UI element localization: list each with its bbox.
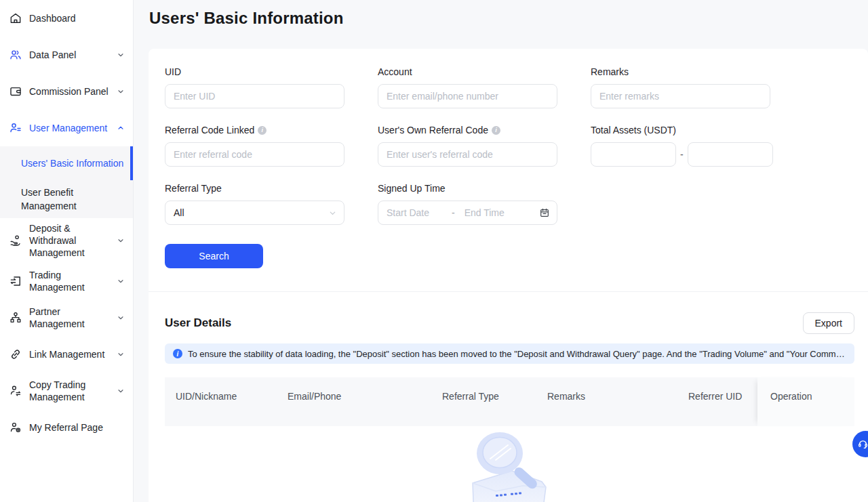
chevron-down-icon (117, 386, 126, 396)
referral-code-linked-label: Referral Code Linked i (165, 125, 344, 135)
remarks-field-group: Remarks (591, 66, 770, 108)
total-assets-label: Total Assets (USDT) (591, 125, 770, 135)
sidebar-item-label: Partner Management (29, 306, 114, 330)
chevron-up-icon (117, 123, 126, 133)
content-card: UID Account Remarks Referral Code Linked… (149, 49, 868, 502)
chevron-down-icon (117, 313, 126, 322)
sidebar-item-label: Users' Basic Information (21, 156, 124, 170)
user-details-title: User Details (165, 316, 231, 330)
sidebar-item-label: Copy Trading Management (29, 379, 114, 403)
signed-up-time-group: Signed Up Time - (378, 183, 557, 225)
uid-label: UID (165, 66, 344, 77)
date-separator: - (452, 207, 455, 218)
home-icon (8, 11, 23, 26)
column-remarks: Remarks (536, 377, 677, 426)
sidebar-item-commission-panel[interactable]: Commission Panel (0, 73, 133, 110)
sidebar-item-label: Deposit & Withdrawal Management (29, 222, 114, 259)
total-assets-min-input[interactable] (591, 142, 676, 167)
remarks-input[interactable] (591, 84, 770, 108)
column-uid-nickname: UID/Nickname (165, 377, 277, 426)
page-header: Users' Basic Information (134, 0, 868, 49)
column-referrer-uid: Referrer UID (677, 377, 757, 426)
user-arrows-icon (8, 383, 23, 398)
export-button[interactable]: Export (803, 312, 854, 334)
sidebar-item-partner-management[interactable]: Partner Management (0, 299, 133, 336)
sidebar-item-link-management[interactable]: Link Management (0, 336, 133, 373)
notice-text: To ensure the stability of data loading,… (188, 349, 846, 359)
total-assets-group: Total Assets (USDT) - (591, 125, 770, 167)
own-referral-code-label-text: User's Own Referral Code (378, 125, 488, 135)
sidebar-item-user-benefit-management[interactable]: User Benefit Management (0, 180, 133, 218)
total-assets-range: - (591, 142, 770, 167)
account-field-group: Account (378, 66, 557, 108)
hand-coin-icon (8, 233, 23, 248)
referral-code-linked-group: Referral Code Linked i (165, 125, 344, 167)
end-time-input[interactable] (465, 207, 517, 218)
chevron-down-icon (328, 209, 337, 217)
referral-type-group: Referral Type All (165, 183, 344, 225)
info-icon[interactable]: i (492, 126, 500, 135)
calendar-icon[interactable] (539, 207, 550, 218)
user-plus-icon (8, 420, 23, 435)
sidebar-item-data-panel[interactable]: Data Panel (0, 37, 133, 73)
column-operation: Operation (757, 377, 854, 426)
sidebar-item-label: Trading Management (29, 269, 114, 293)
users-icon (8, 47, 23, 62)
link-icon (8, 347, 23, 362)
info-icon: i (173, 349, 182, 358)
user-management-submenu: Users' Basic Information User Benefit Ma… (0, 146, 133, 218)
sidebar: Dashboard Data Panel Commission Panel Us… (0, 0, 134, 502)
transfer-icon (8, 274, 23, 289)
chevron-down-icon (117, 50, 126, 60)
chevron-down-icon (117, 236, 126, 245)
sidebar-item-label: Commission Panel (29, 85, 114, 98)
page-title: Users' Basic Information (149, 9, 868, 28)
start-date-input[interactable] (387, 207, 439, 218)
sidebar-item-label: Link Management (29, 348, 114, 360)
column-email-phone: Email/Phone (277, 377, 431, 426)
sidebar-item-dashboard[interactable]: Dashboard (0, 0, 133, 37)
main-content: Users' Basic Information UID Account Rem… (134, 0, 868, 502)
signed-up-time-label: Signed Up Time (378, 183, 557, 194)
referral-type-label: Referral Type (165, 183, 344, 194)
wallet-icon (8, 84, 23, 99)
sidebar-item-label: My Referral Page (29, 421, 126, 434)
chevron-down-icon (117, 350, 126, 359)
remarks-label: Remarks (591, 66, 770, 77)
user-details-section: User Details Export i To ensure the stab… (149, 291, 868, 502)
uid-input[interactable] (165, 84, 344, 108)
table-body-empty (165, 426, 854, 502)
info-icon[interactable]: i (258, 126, 267, 135)
referral-code-linked-input[interactable] (165, 142, 344, 167)
account-label: Account (378, 66, 557, 77)
empty-state-illustration (452, 430, 568, 502)
sidebar-item-my-referral-page[interactable]: My Referral Page (0, 409, 133, 446)
referral-type-select[interactable]: All (165, 201, 344, 225)
sidebar-item-trading-management[interactable]: Trading Management (0, 263, 133, 299)
user-table: UID/Nickname Email/Phone Referral Type R… (165, 377, 854, 502)
sidebar-item-label: Data Panel (29, 49, 114, 61)
sidebar-item-label: User Benefit Management (21, 186, 124, 213)
search-button[interactable]: Search (165, 244, 263, 268)
user-list-icon (8, 121, 23, 135)
org-chart-icon (8, 310, 23, 325)
account-input[interactable] (378, 84, 557, 108)
sidebar-item-user-management[interactable]: User Management (0, 110, 133, 146)
chevron-down-icon (117, 276, 126, 286)
sidebar-item-copy-trading-management[interactable]: Copy Trading Management (0, 373, 133, 409)
referral-type-value: All (174, 207, 184, 218)
uid-field-group: UID (165, 66, 344, 108)
sidebar-item-users-basic-information[interactable]: Users' Basic Information (0, 146, 133, 180)
sidebar-item-label: Dashboard (29, 12, 126, 24)
total-assets-max-input[interactable] (688, 142, 773, 167)
table-header-row: UID/Nickname Email/Phone Referral Type R… (165, 377, 854, 426)
own-referral-code-group: User's Own Referral Code i (378, 125, 557, 167)
column-referral-type: Referral Type (431, 377, 536, 426)
filter-form: UID Account Remarks Referral Code Linked… (149, 49, 868, 291)
signed-up-time-range-picker[interactable]: - (378, 201, 557, 225)
own-referral-code-input[interactable] (378, 142, 557, 167)
notice-banner: i To ensure the stability of data loadin… (165, 343, 854, 364)
referral-code-linked-label-text: Referral Code Linked (165, 125, 254, 135)
range-separator: - (680, 149, 684, 160)
sidebar-item-deposit-withdrawal-management[interactable]: Deposit & Withdrawal Management (0, 218, 133, 263)
